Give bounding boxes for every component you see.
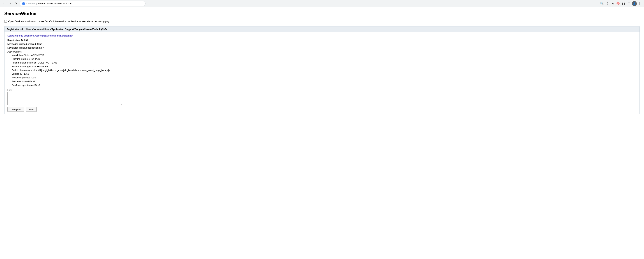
registration-body: Scope: chrome-extension://djjmngfglakhkh…	[4, 32, 640, 114]
registration-header: Registrations in: /Users/forinton/Librar…	[4, 27, 640, 32]
renderer-process-id-row: Renderer process ID: 0	[12, 76, 637, 80]
scope-link[interactable]: Scope: chrome-extension://djjmngfglakhkh…	[7, 34, 637, 37]
installation-status-row: Installation Status: ACTIVATED	[12, 53, 637, 57]
nav-preload-header-row: Navigation preload header length: 4	[7, 46, 637, 50]
address-separator: |	[36, 2, 37, 5]
toolbar-icons: 🔍 ⇧ ★ 🧠 ▮▮ ▢ 👤 ⋮	[600, 1, 642, 6]
active-worker-section: Active worker: Installation Status: ACTI…	[7, 50, 637, 87]
log-section: Log:	[7, 89, 637, 105]
profile-button[interactable]: 👤	[632, 1, 637, 6]
start-button[interactable]: Start	[26, 107, 37, 112]
url-display: chrome://serviceworker-internals	[38, 2, 143, 5]
nav-preload-enabled-row: Navigation preload enabled: false	[7, 42, 637, 46]
devtools-agent-route-id-row: DevTools agent route ID: -2	[12, 84, 637, 87]
version-id-row: Version ID: 1753	[12, 72, 637, 76]
fetch-handler-existence-row: Fetch handler existence: DOES_NOT_EXIST	[12, 61, 637, 65]
bookmark-icon-button[interactable]: ★	[610, 1, 615, 6]
forward-button[interactable]: →	[8, 1, 12, 6]
browser-toolbar: ← → ⟳ C Chrome | chrome://serviceworker-…	[0, 0, 644, 7]
log-textarea[interactable]	[7, 92, 122, 105]
registration-id-row: Registration ID: 231	[7, 39, 637, 42]
log-label: Log:	[7, 89, 637, 91]
brand-label: Chrome	[26, 2, 35, 5]
back-button[interactable]: ←	[2, 1, 7, 6]
running-status-row: Running Status: STOPPED	[12, 57, 637, 61]
fetch-handler-type-row: Fetch handler type: NO_HANDLER	[12, 65, 637, 69]
share-icon-button[interactable]: ⇧	[605, 1, 610, 6]
window-icon-button[interactable]: ▢	[626, 1, 632, 6]
active-worker-label: Active worker:	[7, 50, 637, 53]
page-title: ServiceWorker	[4, 11, 640, 16]
unregister-button[interactable]: Unregister	[7, 107, 24, 112]
menu-button[interactable]: ⋮	[637, 1, 642, 6]
extensions-icon-button[interactable]: 🧠	[616, 1, 621, 6]
reload-button[interactable]: ⟳	[13, 1, 18, 6]
media-icon-button[interactable]: ▮▮	[621, 1, 626, 6]
renderer-thread-id-row: Renderer thread ID: -1	[12, 80, 637, 84]
worker-details: Installation Status: ACTIVATED Running S…	[7, 53, 637, 87]
action-buttons: Unregister Start	[7, 107, 637, 112]
page-content: ServiceWorker Open DevTools window and p…	[0, 7, 644, 118]
script-row: Script: chrome-extension://djjmngfglakhk…	[12, 69, 637, 72]
profile-avatar: 👤	[632, 1, 637, 6]
nav-buttons: ← → ⟳	[2, 1, 18, 6]
devtools-checkbox-row: Open DevTools window and pause JavaScrip…	[4, 20, 640, 23]
registration-section: Registrations in: /Users/forinton/Librar…	[4, 26, 640, 114]
address-bar[interactable]: C Chrome | chrome://serviceworker-intern…	[20, 1, 146, 6]
search-icon-button[interactable]: 🔍	[600, 1, 604, 6]
devtools-checkbox-label[interactable]: Open DevTools window and pause JavaScrip…	[8, 20, 110, 23]
favicon-icon: C	[22, 2, 25, 5]
devtools-checkbox[interactable]	[4, 20, 7, 23]
